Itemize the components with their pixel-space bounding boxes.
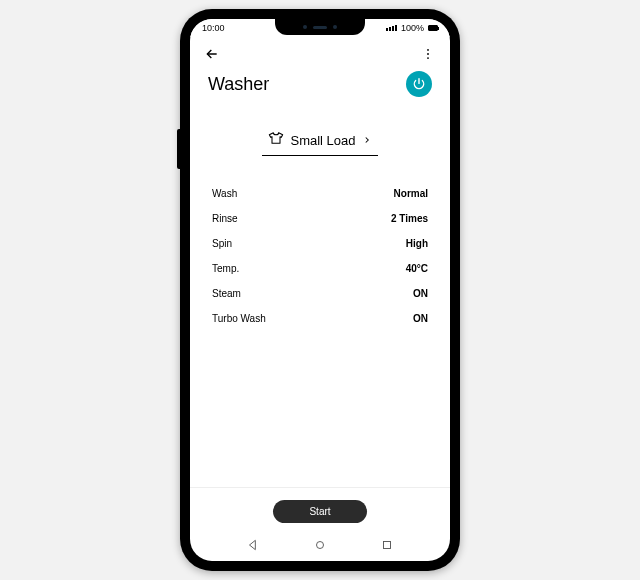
setting-row-turbo[interactable]: Turbo Wash ON: [212, 313, 428, 324]
chevron-right-icon: [362, 131, 372, 149]
phone-frame: 10:00 100% Washer: [180, 9, 460, 571]
signal-icon: [386, 25, 397, 31]
nav-home-icon[interactable]: [313, 538, 327, 552]
svg-point-3: [316, 542, 323, 549]
start-button[interactable]: Start: [273, 500, 366, 523]
setting-value: 40°C: [406, 263, 428, 274]
app-bar: [190, 37, 450, 65]
status-bar: 10:00 100%: [190, 19, 450, 37]
setting-row-steam[interactable]: Steam ON: [212, 288, 428, 299]
setting-value: 2 Times: [391, 213, 428, 224]
shirt-icon: [268, 131, 284, 149]
setting-key: Steam: [212, 288, 241, 299]
setting-row-spin[interactable]: Spin High: [212, 238, 428, 249]
setting-value: High: [406, 238, 428, 249]
setting-key: Temp.: [212, 263, 239, 274]
mode-label: Small Load: [290, 133, 355, 148]
setting-key: Turbo Wash: [212, 313, 266, 324]
setting-row-temp[interactable]: Temp. 40°C: [212, 263, 428, 274]
nav-recent-icon[interactable]: [380, 538, 394, 552]
svg-point-1: [427, 53, 429, 55]
setting-value: ON: [413, 288, 428, 299]
setting-key: Wash: [212, 188, 237, 199]
phone-notch: [275, 19, 365, 35]
svg-point-2: [427, 57, 429, 59]
status-right: 100%: [386, 23, 438, 33]
svg-point-0: [427, 49, 429, 51]
footer: Start: [190, 487, 450, 531]
setting-row-rinse[interactable]: Rinse 2 Times: [212, 213, 428, 224]
back-icon[interactable]: [204, 46, 220, 62]
mode-row: Small Load: [212, 127, 428, 156]
setting-key: Rinse: [212, 213, 238, 224]
battery-pct: 100%: [401, 23, 424, 33]
setting-value: Normal: [394, 188, 428, 199]
setting-value: ON: [413, 313, 428, 324]
nav-back-icon[interactable]: [246, 538, 260, 552]
content: Small Load Wash Normal Rinse 2 Times Spi…: [190, 103, 450, 487]
svg-rect-4: [383, 542, 390, 549]
more-icon[interactable]: [420, 46, 436, 62]
settings-list: Wash Normal Rinse 2 Times Spin High Temp…: [212, 188, 428, 324]
android-navbar: [190, 531, 450, 561]
setting-key: Spin: [212, 238, 232, 249]
battery-icon: [428, 25, 438, 31]
page-title: Washer: [208, 74, 269, 95]
status-time: 10:00: [202, 23, 225, 33]
power-button[interactable]: [406, 71, 432, 97]
screen: 10:00 100% Washer: [190, 19, 450, 561]
setting-row-wash[interactable]: Wash Normal: [212, 188, 428, 199]
title-row: Washer: [190, 65, 450, 103]
mode-selector[interactable]: Small Load: [262, 127, 377, 156]
